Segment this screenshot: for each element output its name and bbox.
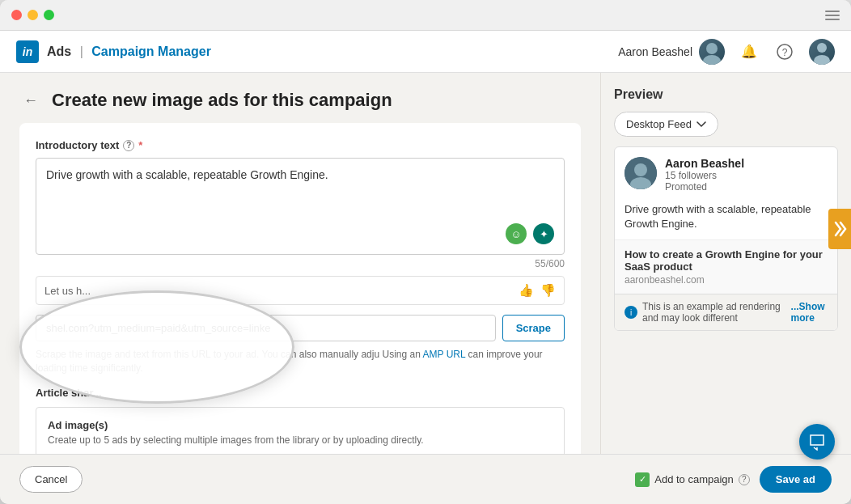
user-avatar <box>699 39 725 65</box>
main-content: ← Create new image ads for this campaign… <box>0 73 851 454</box>
preview-card: Aaron Beashel 15 followers Promoted Driv… <box>614 146 838 331</box>
zoom-overlay-container: shel.com?utm_medium=paid&utm_source=link… <box>36 315 565 375</box>
linkedin-icon: in <box>16 40 39 63</box>
preview-link-box: How to create a Growth Engine for your S… <box>615 239 837 294</box>
intro-text-content[interactable]: Drive growth with a scalable, repeatable… <box>46 168 554 217</box>
titlebar <box>0 0 851 31</box>
url-text: shel.com?utm_medium=paid&utm_source=link… <box>46 322 270 334</box>
add-campaign-label: Add to campaign <box>654 473 734 485</box>
intro-help-icon[interactable]: ? <box>123 140 134 151</box>
close-dot[interactable] <box>11 10 22 20</box>
sidebar-toggle-icon[interactable] <box>828 209 851 249</box>
avatar-image <box>699 39 725 65</box>
preview-format-dropdown[interactable]: Desktop Feed <box>614 112 718 137</box>
add-campaign-help-icon[interactable]: ? <box>739 474 750 485</box>
hamburger-menu-icon[interactable] <box>825 11 840 20</box>
chevron-down-icon <box>696 121 706 128</box>
preview-link-title: How to create a Growth Engine for your S… <box>624 248 828 273</box>
article-share-label: Article shar... <box>36 387 565 399</box>
hint-text: Scrape the image and text from this URL … <box>36 348 565 375</box>
svg-point-1 <box>703 55 721 65</box>
minimize-dot[interactable] <box>28 10 38 20</box>
profile-avatar-image <box>809 39 835 65</box>
preview-followers: 15 followers <box>665 170 828 181</box>
preview-promoted: Promoted <box>665 181 828 193</box>
scrape-button[interactable]: Scrape <box>502 315 565 341</box>
ai-suggestion-row: Let us h... 👍 👎 <box>36 276 565 305</box>
preview-info-text: This is an example ad rendering and may … <box>642 301 786 324</box>
footer-right: ✓ Add to campaign ? Save ad <box>635 466 832 493</box>
page-nav: ← Create new image ads for this campaign <box>19 89 581 112</box>
username-label: Aaron Beashel <box>618 45 692 58</box>
intro-text-area[interactable]: Drive growth with a scalable, repeatable… <box>36 158 565 255</box>
preview-user-info: Aaron Beashel 15 followers Promoted <box>665 157 828 193</box>
suggestion-text: Let us h... <box>44 285 91 297</box>
preview-title: Preview <box>614 87 838 102</box>
text-area-icons: ☺ ✦ <box>46 223 554 244</box>
profile-avatar[interactable] <box>809 39 835 65</box>
thumbs-up-icon[interactable]: 👍 <box>519 283 534 298</box>
svg-text:?: ? <box>782 47 788 58</box>
chat-fab-button[interactable] <box>799 424 835 460</box>
expand-dot[interactable] <box>44 10 54 20</box>
ad-images-box: Ad image(s) Create up to 5 ads by select… <box>36 407 565 454</box>
preview-avatar <box>624 157 657 189</box>
cancel-button[interactable]: Cancel <box>19 466 83 493</box>
char-count: 55/600 <box>36 258 565 269</box>
app-header: in Ads | Campaign Manager Aaron Beashel <box>0 31 851 73</box>
preview-info-bar: i This is an example ad rendering and ma… <box>615 294 837 330</box>
preview-ad-text: Drive growth with a scalable, repeatable… <box>615 202 837 239</box>
help-icon[interactable]: ? <box>773 40 796 63</box>
hint-text2: Using an <box>382 349 420 360</box>
suggestion-icons: 👍 👎 <box>519 283 556 298</box>
info-icon: i <box>624 306 637 319</box>
right-panel: Preview Desktop Feed <box>600 73 851 454</box>
ai-icon[interactable]: ✦ <box>533 223 554 244</box>
preview-username: Aaron Beashel <box>665 157 828 170</box>
intro-label: Introductory text ? * <box>36 139 565 151</box>
amp-url-link[interactable]: AMP URL <box>423 349 466 360</box>
left-panel: ← Create new image ads for this campaign… <box>0 73 600 454</box>
bell-icon[interactable]: 🔔 <box>738 40 760 63</box>
ad-images-desc: Create up to 5 ads by selecting multiple… <box>48 434 553 446</box>
svg-point-7 <box>634 163 647 176</box>
preview-card-header: Aaron Beashel 15 followers Promoted <box>615 147 837 202</box>
svg-point-4 <box>817 43 827 53</box>
preview-format-label: Desktop Feed <box>626 118 692 130</box>
url-row: shel.com?utm_medium=paid&utm_source=link… <box>36 315 565 341</box>
window-controls <box>11 10 54 20</box>
header-right: Aaron Beashel 🔔 <box>618 39 835 65</box>
linkedin-logo[interactable]: in Ads | Campaign Manager <box>16 40 211 63</box>
required-marker: * <box>138 139 142 151</box>
form-section: Introductory text ? * Drive growth with … <box>19 123 581 454</box>
destination-url-input[interactable]: shel.com?utm_medium=paid&utm_source=link… <box>36 315 496 341</box>
hint-text-content: Scrape the image and text from this URL … <box>36 349 379 360</box>
app-title: Ads | Campaign Manager <box>47 44 211 59</box>
footer: Cancel ✓ Add to campaign ? Save ad <box>0 454 851 504</box>
add-campaign-checkbox[interactable]: ✓ <box>635 472 650 487</box>
svg-point-5 <box>814 55 830 65</box>
emoji-icon[interactable]: ☺ <box>506 223 527 244</box>
ad-images-title: Ad image(s) <box>48 419 553 431</box>
add-campaign-check: ✓ Add to campaign ? <box>635 472 750 487</box>
back-button[interactable]: ← <box>19 89 42 112</box>
thumbs-down-icon[interactable]: 👎 <box>540 283 556 298</box>
show-more-link[interactable]: ...Show more <box>791 301 828 324</box>
save-ad-button[interactable]: Save ad <box>760 466 832 493</box>
svg-point-0 <box>706 43 718 54</box>
user-info: Aaron Beashel <box>618 39 725 65</box>
page-title: Create new image ads for this campaign <box>52 90 392 111</box>
preview-link-url: aaronbeashel.com <box>624 274 828 286</box>
